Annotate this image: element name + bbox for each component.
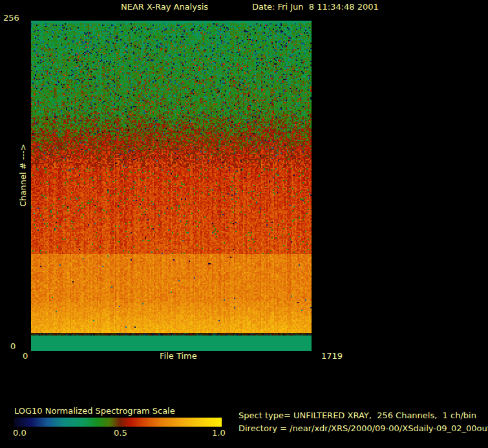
spect-type-line: Spect type= UNFILTERED XRAY, 256 Channel… [239,411,476,420]
colorbar-tick-2: 1.0 [212,429,226,438]
spectrogram-canvas [31,21,312,351]
x-axis-title: File Time [160,352,197,361]
colorbar-title: LOG10 Normalized Spectrogram Scale [14,407,175,416]
y-axis-max-label: 256 [3,14,19,23]
near-xray-analysis-window: NEAR X-Ray Analysis Date: Fri Jun 8 11:3… [0,0,488,448]
directory-line: Directory = /near/xdr/XRS/2000/09-00/XSd… [239,424,488,433]
colorbar-tick-1: 0.5 [114,429,127,438]
colorbar-tick-0: 0.0 [13,429,27,438]
window-title: NEAR X-Ray Analysis [121,3,208,12]
x-axis-min-label: 0 [23,352,28,361]
colorbar-gradient [14,418,222,427]
date-label: Date: Fri Jun 8 11:34:48 2001 [252,3,379,12]
x-axis-max-label: 1719 [321,352,343,361]
y-axis-title: Channel # ---> [19,120,28,230]
y-axis-min-label: 0 [10,342,16,351]
